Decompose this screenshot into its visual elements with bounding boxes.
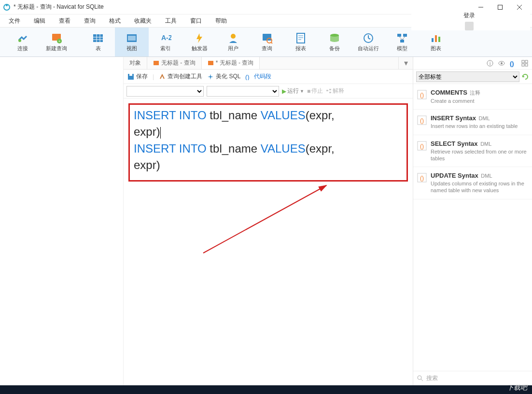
svg-text:(): () [420, 143, 424, 150]
backup-icon [329, 32, 340, 44]
toolbar-chart[interactable]: 图表 [419, 28, 453, 56]
connection-select[interactable] [126, 86, 204, 97]
left-panel [0, 57, 124, 385]
toolbar-query[interactable]: 查询 [250, 28, 284, 56]
svg-rect-45 [329, 92, 331, 93]
brackets-icon[interactable]: () [510, 60, 517, 67]
tab-strip: 对象 无标题 - 查询 * 无标题 - 查询 ▾ [124, 57, 413, 70]
tab-objects[interactable]: 对象 [124, 57, 147, 69]
toolbar-trigger[interactable]: 触发器 [182, 28, 216, 56]
toolbar-table[interactable]: 表 [81, 28, 115, 56]
menu-view[interactable]: 查看 [52, 17, 77, 25]
snippet-item[interactable]: () INSERT Syntax DMLInsert new rows into… [413, 110, 532, 135]
svg-rect-37 [438, 37, 440, 42]
query-icon [261, 32, 273, 44]
explain-button[interactable]: 解释 [326, 87, 344, 95]
main-toolbar: 连接 +新建查询 表 视图 A-Z索引 触发器 用户 查询 报表 备份 自动运行… [0, 27, 532, 57]
eye-icon[interactable] [498, 60, 505, 67]
play-icon: ▶ [282, 88, 286, 95]
avatar-icon[interactable] [465, 22, 474, 30]
svg-rect-54 [525, 64, 528, 66]
svg-point-63 [418, 376, 421, 380]
svg-line-33 [399, 37, 402, 40]
snippet-search[interactable]: 搜索 [413, 371, 532, 385]
svg-rect-16 [128, 36, 136, 41]
menu-window[interactable]: 窗口 [183, 17, 209, 25]
tag-filter-select[interactable]: 全部标签 [416, 71, 519, 82]
toolbar-backup[interactable]: 备份 [318, 28, 351, 56]
svg-rect-51 [522, 60, 524, 63]
toolbar-user[interactable]: 用户 [216, 28, 250, 56]
svg-line-46 [203, 185, 326, 253]
sparkle-icon [207, 73, 214, 80]
toolbar-auto[interactable]: 自动运行 [351, 28, 385, 56]
toolbar-newquery[interactable]: +新建查询 [40, 28, 73, 56]
center-panel: 对象 无标题 - 查询 * 无标题 - 查询 ▾ 保存 | 查询创建工具 美化 … [124, 57, 413, 385]
save-button[interactable]: 保存 [127, 72, 148, 81]
grid-icon[interactable] [521, 60, 528, 67]
table-icon [92, 32, 104, 44]
svg-text:+: + [58, 39, 61, 43]
svg-line-34 [402, 37, 405, 40]
svg-text:i: i [490, 61, 490, 66]
report-icon [295, 32, 307, 44]
svg-rect-32 [400, 40, 404, 42]
svg-rect-31 [403, 34, 407, 37]
toolbar-connect[interactable]: 连接 [6, 28, 40, 56]
info-icon[interactable]: i [487, 60, 493, 67]
refresh-icon[interactable] [521, 73, 529, 81]
run-button[interactable]: ▶运行▼ [282, 87, 304, 95]
menu-favorites[interactable]: 收藏夹 [127, 17, 158, 25]
menu-help[interactable]: 帮助 [209, 17, 234, 25]
svg-line-21 [271, 42, 272, 43]
svg-rect-38 [154, 61, 159, 65]
menu-edit[interactable]: 编辑 [27, 17, 52, 25]
toolbar-index[interactable]: A-Z索引 [149, 28, 182, 56]
right-panel-header: i () [413, 57, 532, 70]
svg-rect-43 [326, 90, 328, 91]
svg-line-29 [368, 38, 370, 39]
status-bar [0, 385, 532, 394]
svg-text:(): () [420, 117, 424, 124]
svg-point-1 [6, 4, 8, 6]
snippet-item[interactable]: () UPDATE Syntax DMLUpdates columns of e… [413, 167, 532, 199]
menu-bar: 文件 编辑 查看 查询 格式 收藏夹 工具 窗口 帮助 登录 [0, 14, 532, 27]
svg-rect-52 [525, 60, 528, 63]
beautify-sql-button[interactable]: 美化 SQL [207, 72, 240, 81]
toolbar-view[interactable]: 视图 [115, 28, 149, 56]
query-tab-icon [208, 60, 214, 66]
svg-point-50 [501, 62, 503, 64]
sql-editor[interactable]: INSERT INTO tbl_name VALUES(expr, expr) … [124, 98, 413, 385]
code-snippet-button[interactable]: ()代码段 [245, 72, 271, 81]
tab-untitled-2[interactable]: * 无标题 - 查询 [202, 57, 260, 69]
snippet-item[interactable]: () COMMENTS 注释Create a comment [413, 84, 532, 110]
svg-rect-30 [397, 34, 401, 37]
snippet-item[interactable]: () SELECT Syntax DMLRetrieve rows select… [413, 135, 532, 168]
svg-rect-39 [208, 61, 213, 65]
snippet-icon: () [417, 90, 427, 99]
toolbar-model[interactable]: 模型 [385, 28, 419, 56]
stop-button[interactable]: ■停止 [307, 87, 323, 95]
tag-filter-row: 全部标签 [413, 70, 532, 84]
menu-file[interactable]: 文件 [2, 17, 27, 25]
snippet-list: () COMMENTS 注释Create a comment () INSERT… [413, 84, 532, 371]
menu-tools[interactable]: 工具 [158, 17, 183, 25]
svg-text:A-Z: A-Z [161, 34, 171, 42]
menu-query[interactable]: 查询 [77, 17, 102, 25]
search-icon [417, 375, 423, 381]
query-builder-button[interactable]: 查询创建工具 [159, 72, 202, 81]
login-link[interactable]: 登录 [462, 12, 477, 20]
svg-text:(): () [420, 92, 424, 98]
svg-rect-22 [297, 33, 305, 43]
database-select[interactable] [207, 86, 279, 97]
toolbar-report[interactable]: 报表 [284, 28, 318, 56]
chevron-down-icon: ▼ [300, 89, 304, 94]
svg-point-18 [231, 34, 236, 39]
menu-format[interactable]: 格式 [102, 17, 127, 25]
view-icon [126, 32, 138, 44]
tab-dropdown-button[interactable]: ▾ [398, 57, 413, 69]
svg-rect-36 [435, 35, 437, 42]
query-context-bar: ▶运行▼ ■停止 解释 [124, 84, 413, 98]
tab-untitled-1[interactable]: 无标题 - 查询 [147, 57, 202, 69]
app-logo-icon [3, 3, 11, 11]
